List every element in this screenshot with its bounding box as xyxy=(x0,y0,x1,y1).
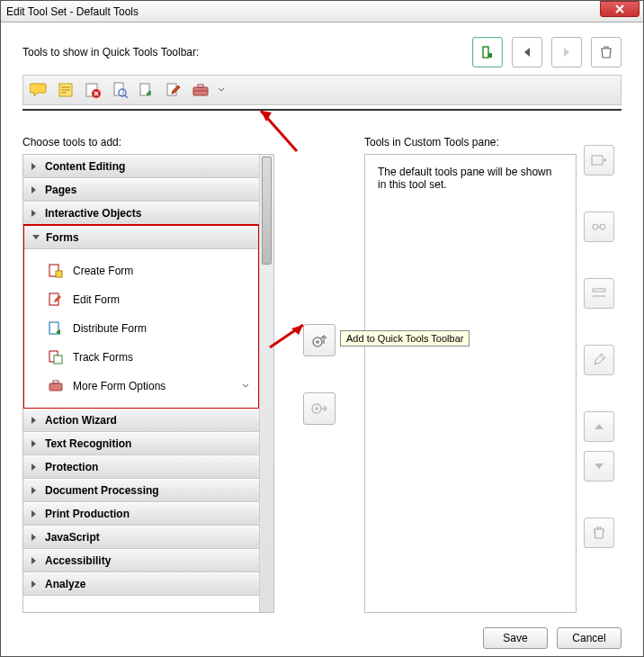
close-button[interactable] xyxy=(600,1,640,17)
save-label: Save xyxy=(503,632,527,644)
forms-items: Create Form Edit Form Distribute Form xyxy=(24,249,258,408)
edit-item-button[interactable] xyxy=(584,345,614,375)
track-forms-icon xyxy=(48,349,64,365)
category-text-recognition[interactable]: Text Recognition xyxy=(23,432,259,455)
category-label: Forms xyxy=(46,231,79,244)
cancel-button[interactable]: Cancel xyxy=(557,627,622,649)
dialog-content: Tools to show in Quick Tools Toolbar: xyxy=(1,22,643,656)
link-icon xyxy=(591,220,607,234)
separator xyxy=(22,109,622,111)
category-action-wizard[interactable]: Action Wizard xyxy=(23,409,259,432)
toolbox-icon[interactable] xyxy=(191,80,210,100)
divider-icon xyxy=(591,287,607,300)
panel-arrow-icon xyxy=(591,153,607,167)
toolset-button[interactable] xyxy=(472,37,503,68)
form-item-label: Edit Form xyxy=(73,293,120,306)
category-label: Pages xyxy=(45,184,76,196)
add-right-icon xyxy=(310,400,328,418)
category-javascript[interactable]: JavaScript xyxy=(23,526,259,549)
category-label: Content Editing xyxy=(45,160,125,173)
next-button[interactable] xyxy=(551,37,582,68)
side-buttons xyxy=(577,136,622,613)
scrollbar-thumb[interactable] xyxy=(262,157,272,265)
form-item-edit-form[interactable]: Edit Form xyxy=(24,285,258,314)
add-to-quick-tools-button[interactable]: Add to Quick Tools Toolbar xyxy=(303,324,335,356)
right-column: Tools in Custom Tools pane: The default … xyxy=(364,136,577,613)
svg-rect-10 xyxy=(198,85,203,87)
page-edit-icon[interactable] xyxy=(164,80,183,100)
category-label: Protection xyxy=(45,461,98,473)
category-accessibility[interactable]: Accessibility xyxy=(23,549,259,572)
category-document-processing[interactable]: Document Processing xyxy=(23,479,259,502)
create-form-icon xyxy=(48,263,64,279)
triangle-right-icon xyxy=(562,47,571,58)
delete-toolset-button[interactable] xyxy=(591,37,622,68)
category-label: Document Processing xyxy=(45,484,159,497)
columns: Choose tools to add: Content Editing Pag… xyxy=(22,136,622,613)
form-item-create-form[interactable]: Create Form xyxy=(24,256,258,285)
chevron-down-icon xyxy=(242,383,249,389)
trash-icon xyxy=(593,526,605,540)
prev-button[interactable] xyxy=(512,37,542,68)
sticky-note-icon[interactable] xyxy=(56,80,76,100)
svg-point-22 xyxy=(593,224,598,230)
quick-tools-toolbar xyxy=(22,75,622,105)
top-row: Tools to show in Quick Tools Toolbar: xyxy=(22,37,622,68)
svg-point-23 xyxy=(600,224,605,230)
category-label: Accessibility xyxy=(45,554,111,567)
category-forms[interactable]: Forms xyxy=(24,226,258,249)
tree-scroll[interactable]: Content Editing Pages Interactive Object… xyxy=(23,155,259,612)
add-panel-button[interactable] xyxy=(584,145,614,176)
distribute-form-icon xyxy=(48,320,64,337)
left-column: Choose tools to add: Content Editing Pag… xyxy=(22,136,274,613)
svg-rect-16 xyxy=(54,356,62,364)
page-search-icon[interactable] xyxy=(110,80,130,100)
more-options-icon xyxy=(48,378,64,394)
link-button[interactable] xyxy=(584,212,614,242)
page-export-icon[interactable] xyxy=(137,80,157,100)
middle-column: Add to Quick Tools Toolbar xyxy=(274,136,364,613)
form-item-track-forms[interactable]: Track Forms xyxy=(24,343,258,372)
move-down-button[interactable] xyxy=(584,451,614,482)
forms-highlight-box: Forms Create Form Edit Form xyxy=(23,224,259,410)
divider-button[interactable] xyxy=(584,278,614,309)
stamp-x-icon[interactable] xyxy=(83,80,103,100)
form-item-label: More Form Options xyxy=(73,380,165,392)
form-item-distribute-form[interactable]: Distribute Form xyxy=(24,314,258,343)
category-interactive-objects[interactable]: Interactive Objects xyxy=(23,202,259,225)
tree-scrollbar[interactable] xyxy=(259,155,273,612)
delete-item-button[interactable] xyxy=(584,518,614,548)
save-button[interactable]: Save xyxy=(483,627,548,649)
svg-rect-12 xyxy=(56,271,62,277)
category-pages[interactable]: Pages xyxy=(23,178,259,202)
category-analyze[interactable]: Analyze xyxy=(23,572,259,596)
move-up-button[interactable] xyxy=(584,411,614,442)
svg-rect-1 xyxy=(488,53,492,58)
custom-pane-placeholder: The default tools pane will be shown in … xyxy=(378,166,551,191)
edit-form-icon xyxy=(48,292,64,308)
trash-icon xyxy=(600,45,613,59)
svg-rect-21 xyxy=(592,156,603,165)
choose-tools-label: Choose tools to add: xyxy=(22,136,274,148)
add-to-pane-button[interactable] xyxy=(303,392,335,425)
form-item-more-options[interactable]: More Form Options xyxy=(24,372,258,400)
toolbox-dropdown[interactable] xyxy=(218,87,225,93)
top-buttons xyxy=(472,37,622,68)
triangle-left-icon xyxy=(523,47,532,58)
close-icon xyxy=(615,4,624,14)
category-label: Interactive Objects xyxy=(45,207,141,220)
comment-bubble-icon[interactable] xyxy=(29,80,49,100)
form-item-label: Distribute Form xyxy=(73,322,147,335)
cancel-label: Cancel xyxy=(572,632,605,644)
window-title: Edit Tool Set - Default Tools xyxy=(6,5,139,18)
category-label: Analyze xyxy=(45,578,85,590)
category-label: Action Wizard xyxy=(45,414,117,427)
category-print-production[interactable]: Print Production xyxy=(23,502,259,526)
svg-rect-0 xyxy=(483,47,488,58)
category-label: JavaScript xyxy=(45,531,100,544)
quick-tools-label: Tools to show in Quick Tools Toolbar: xyxy=(22,46,199,58)
triangle-up-icon xyxy=(594,422,604,431)
category-content-editing[interactable]: Content Editing xyxy=(23,155,259,178)
pencil-icon xyxy=(592,353,606,367)
category-protection[interactable]: Protection xyxy=(23,455,259,479)
